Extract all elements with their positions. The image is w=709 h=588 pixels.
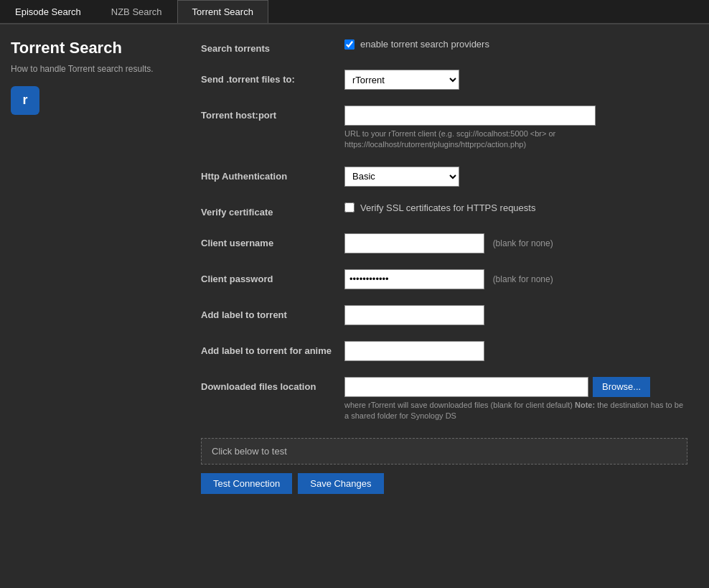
http-auth-row: Http Authentication Basic Digest bbox=[201, 167, 687, 187]
client-username-field: (blank for none) bbox=[344, 233, 687, 253]
send-torrent-select[interactable]: rTorrent Deluge qBittorrent uTorrent Tra… bbox=[344, 70, 459, 90]
add-label-anime-input[interactable] bbox=[344, 341, 484, 361]
send-torrent-row: Send .torrent files to: rTorrent Deluge … bbox=[201, 70, 687, 90]
tab-episode-search[interactable]: Episode Search bbox=[0, 0, 96, 23]
send-torrent-label: Send .torrent files to: bbox=[201, 70, 344, 85]
search-torrents-field: enable torrent search providers bbox=[344, 39, 687, 50]
verify-cert-row: Verify certificate Verify SSL certificat… bbox=[201, 202, 687, 218]
save-changes-button[interactable]: Save Changes bbox=[298, 473, 383, 494]
client-username-input[interactable] bbox=[344, 233, 484, 253]
verify-cert-checkbox-row: Verify SSL certificates for HTTPS reques… bbox=[344, 202, 687, 213]
add-label-row: Add label to torrent bbox=[201, 305, 687, 325]
add-label-anime-label: Add label to torrent for anime bbox=[201, 341, 344, 356]
client-password-input[interactable] bbox=[344, 269, 484, 289]
action-buttons: Test Connection Save Changes bbox=[201, 473, 687, 494]
verify-cert-checkbox-label: Verify SSL certificates for HTTPS reques… bbox=[360, 202, 535, 213]
search-torrents-checkbox-row: enable torrent search providers bbox=[344, 39, 687, 50]
main-layout: Torrent Search How to handle Torrent sea… bbox=[0, 24, 709, 508]
add-label-input[interactable] bbox=[344, 305, 484, 325]
http-auth-field: Basic Digest bbox=[344, 167, 687, 187]
sidebar: Torrent Search How to handle Torrent sea… bbox=[0, 24, 179, 508]
search-torrents-checkbox-label: enable torrent search providers bbox=[360, 39, 489, 50]
tab-bar: Episode Search NZB Search Torrent Search bbox=[0, 0, 709, 24]
rtorrent-icon: r bbox=[11, 86, 39, 115]
download-location-hint: where rTorrent will save downloaded file… bbox=[344, 400, 687, 422]
sidebar-title: Torrent Search bbox=[11, 39, 169, 57]
verify-cert-field: Verify SSL certificates for HTTPS reques… bbox=[344, 202, 687, 213]
search-torrents-row: Search torrents enable torrent search pr… bbox=[201, 39, 687, 54]
download-location-label: Downloaded files location bbox=[201, 377, 344, 392]
add-label-label: Add label to torrent bbox=[201, 305, 344, 320]
client-password-field: (blank for none) bbox=[344, 269, 687, 289]
verify-cert-checkbox[interactable] bbox=[344, 202, 354, 213]
test-output-text: Click below to test bbox=[212, 446, 287, 457]
test-connection-button[interactable]: Test Connection bbox=[201, 473, 292, 494]
torrent-host-row: Torrent host:port URL to your rTorrent c… bbox=[201, 106, 687, 151]
download-location-note: Note: bbox=[575, 401, 595, 409]
browse-button[interactable]: Browse... bbox=[593, 377, 650, 397]
download-location-row: Downloaded files location Browse... wher… bbox=[201, 377, 687, 422]
client-password-hint: (blank for none) bbox=[493, 274, 553, 284]
search-torrents-checkbox[interactable] bbox=[344, 39, 354, 50]
download-location-field: Browse... where rTorrent will save downl… bbox=[344, 377, 687, 422]
tab-torrent-search[interactable]: Torrent Search bbox=[177, 0, 268, 23]
add-label-anime-row: Add label to torrent for anime bbox=[201, 341, 687, 361]
download-location-browse-row: Browse... bbox=[344, 377, 687, 397]
client-username-row: Client username (blank for none) bbox=[201, 233, 687, 253]
torrent-host-input[interactable] bbox=[344, 106, 596, 126]
settings-content: Search torrents enable torrent search pr… bbox=[179, 24, 709, 508]
download-location-input[interactable] bbox=[344, 377, 588, 397]
send-torrent-field: rTorrent Deluge qBittorrent uTorrent Tra… bbox=[344, 70, 687, 90]
client-password-row: Client password (blank for none) bbox=[201, 269, 687, 289]
torrent-host-hint: URL to your rTorrent client (e.g. scgi:/… bbox=[344, 129, 687, 151]
add-label-anime-field bbox=[344, 341, 687, 361]
sidebar-description: How to handle Torrent search results. bbox=[11, 63, 169, 75]
client-password-label: Client password bbox=[201, 269, 344, 284]
test-output-area: Click below to test bbox=[201, 438, 687, 465]
add-label-field bbox=[344, 305, 687, 325]
torrent-host-label: Torrent host:port bbox=[201, 106, 344, 121]
http-auth-select[interactable]: Basic Digest bbox=[344, 167, 459, 187]
torrent-host-field: URL to your rTorrent client (e.g. scgi:/… bbox=[344, 106, 687, 151]
verify-cert-label: Verify certificate bbox=[201, 202, 344, 218]
http-auth-label: Http Authentication bbox=[201, 167, 344, 182]
client-username-hint: (blank for none) bbox=[493, 238, 553, 248]
tab-nzb-search[interactable]: NZB Search bbox=[96, 0, 177, 23]
client-username-label: Client username bbox=[201, 233, 344, 248]
search-torrents-label: Search torrents bbox=[201, 39, 344, 54]
